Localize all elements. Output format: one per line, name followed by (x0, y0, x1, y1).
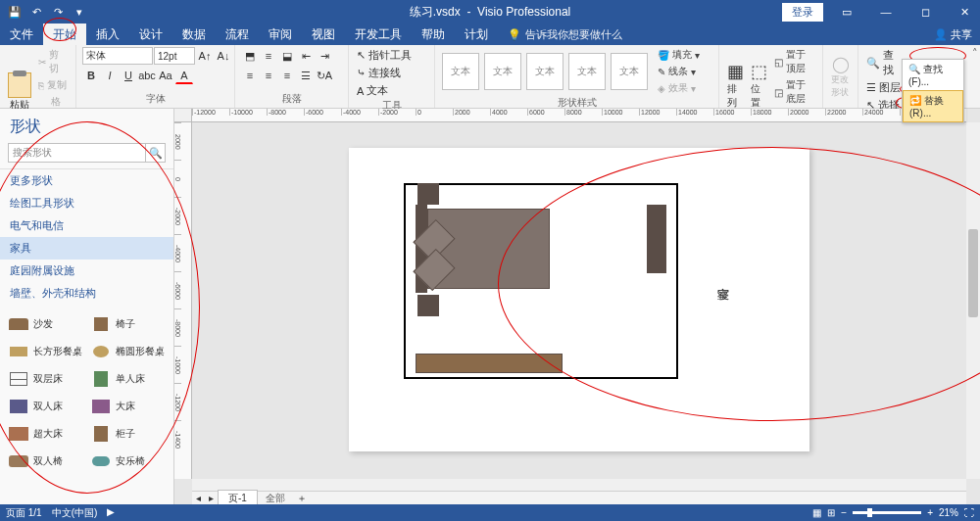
maximize-icon[interactable]: ◻ (909, 0, 941, 24)
tab-insert[interactable]: 插入 (86, 24, 129, 46)
undo-icon[interactable]: ↶ (29, 5, 43, 19)
style-preset[interactable]: 文本 (526, 53, 564, 90)
close-icon[interactable]: ✕ (949, 0, 980, 24)
add-page-icon[interactable]: ＋ (293, 492, 311, 505)
tell-me-search[interactable]: 💡 告诉我你想要做什么 (508, 27, 622, 42)
share-button[interactable]: 👤 共享 (934, 27, 972, 42)
room-shape[interactable]: 寝室 (404, 183, 678, 379)
nightstand-shape[interactable] (417, 295, 439, 316)
copy-button[interactable]: ⎘ 复制 (36, 77, 70, 93)
bold-icon[interactable]: B (82, 67, 100, 84)
status-lang[interactable]: 中文(中国) (52, 506, 98, 520)
stencil-item[interactable]: 庭园附属设施 (0, 260, 173, 282)
style-preset[interactable]: 文本 (611, 53, 648, 90)
shape-item[interactable]: 沙发 (4, 310, 86, 338)
zoom-slider[interactable] (853, 511, 921, 514)
shape-item[interactable]: 超大床 (4, 420, 86, 448)
ribbon-options-icon[interactable]: ▭ (831, 0, 862, 24)
tab-plan[interactable]: 计划 (455, 24, 498, 46)
shape-item[interactable]: 双人床 (4, 393, 86, 420)
zoom-out-icon[interactable]: − (841, 507, 847, 518)
shape-item[interactable]: 单人床 (86, 365, 169, 393)
tab-review[interactable]: 审阅 (259, 24, 302, 46)
minimize-icon[interactable]: — (870, 0, 902, 24)
font-size-select[interactable]: 12pt (154, 47, 195, 65)
tab-view[interactable]: 视图 (302, 24, 345, 46)
stencil-item[interactable]: 墙壁、外壳和结构 (0, 282, 173, 305)
stencil-item[interactable]: 电气和电信 (0, 214, 173, 237)
font-family-select[interactable]: 宋体 (82, 47, 153, 65)
shape-item[interactable]: 椭圆形餐桌 (86, 338, 169, 365)
macro-icon[interactable]: ▶ (107, 506, 115, 520)
drawing-surface[interactable]: 寝室 (192, 122, 966, 479)
find-menu-item[interactable]: 🔍 查找(F)... (903, 60, 963, 90)
collapse-ribbon-icon[interactable]: ˄ (972, 47, 978, 60)
align-top-icon[interactable]: ⬒ (241, 47, 259, 65)
bring-front-button[interactable]: ◱ 置于顶层 (772, 47, 816, 76)
rotate-text-icon[interactable]: ↻A (316, 67, 333, 84)
bed-shape[interactable] (416, 205, 553, 293)
text-tool[interactable]: A 文本 (355, 82, 390, 99)
tab-design[interactable]: 设计 (129, 24, 172, 46)
shapes-search-input[interactable]: 搜索形状 (8, 143, 146, 163)
tab-data[interactable]: 数据 (172, 24, 216, 46)
align-left-icon[interactable]: ≡ (241, 67, 259, 84)
align-center-icon[interactable]: ≡ (260, 67, 277, 84)
tab-nav-next[interactable]: ▸ (205, 493, 218, 503)
bullets-icon[interactable]: ☰ (297, 67, 315, 84)
tab-help[interactable]: 帮助 (412, 24, 455, 46)
cabinet-shape[interactable] (416, 354, 563, 373)
tab-nav-prev[interactable]: ◂ (192, 493, 205, 503)
align-middle-icon[interactable]: ≡ (260, 47, 277, 65)
shrink-font-icon[interactable]: A↓ (215, 47, 232, 65)
all-pages[interactable]: 全部 (258, 492, 293, 505)
change-shape-button[interactable]: ◯ 更改形状 (829, 53, 852, 101)
dresser-shape[interactable] (647, 205, 666, 273)
connector-tool[interactable]: ⤷ 连接线 (355, 65, 403, 81)
grow-font-icon[interactable]: A↑ (196, 47, 214, 65)
search-icon[interactable]: 🔍 (146, 143, 166, 163)
style-preset[interactable]: 文本 (484, 53, 521, 90)
tab-file[interactable]: 文件 (0, 24, 43, 46)
indent-right-icon[interactable]: ⇥ (316, 47, 333, 65)
tab-developer[interactable]: 开发工具 (345, 24, 412, 46)
save-icon[interactable]: 💾 (8, 5, 22, 19)
cut-button[interactable]: ✂ 剪切 (36, 47, 70, 76)
shape-item[interactable]: 双层床 (4, 365, 86, 393)
redo-icon[interactable]: ↷ (51, 5, 65, 19)
pointer-tool[interactable]: ↖ 指针工具 (355, 47, 414, 64)
qat-dropdown-icon[interactable]: ▾ (73, 5, 86, 19)
align-right-icon[interactable]: ≡ (278, 67, 296, 84)
scrollbar-horizontal[interactable] (192, 479, 966, 491)
presentation-icon[interactable]: ▦ (812, 507, 821, 518)
stencil-item[interactable]: 家具 (0, 237, 173, 260)
shape-item[interactable]: 双人椅 (4, 448, 86, 475)
superscript-icon[interactable]: Aa (157, 67, 174, 84)
shape-item[interactable]: 椅子 (86, 310, 169, 338)
style-preset[interactable]: 文本 (568, 53, 606, 90)
indent-left-icon[interactable]: ⇤ (297, 47, 315, 65)
zoom-in-icon[interactable]: + (927, 507, 933, 518)
tab-home[interactable]: 开始 (43, 24, 86, 46)
align-button[interactable]: ▦ 排列 (725, 59, 746, 112)
strike-icon[interactable]: abc (138, 67, 156, 84)
effects-button[interactable]: ◈ 效果 ▾ (656, 80, 702, 96)
shape-item[interactable]: 柜子 (86, 420, 169, 448)
italic-icon[interactable]: I (101, 67, 119, 84)
underline-icon[interactable]: U (120, 67, 137, 84)
replace-menu-item[interactable]: 🔁 替换(R)... (903, 90, 963, 122)
stencil-item[interactable]: 绘图工具形状 (0, 192, 173, 214)
shape-item[interactable]: 安乐椅 (86, 448, 169, 475)
font-color-icon[interactable]: A (175, 67, 193, 84)
nightstand-shape[interactable] (417, 183, 439, 205)
line-button[interactable]: ✎ 线条 ▾ (656, 64, 702, 79)
shape-item[interactable]: 长方形餐桌 (4, 338, 86, 365)
scrollbar-vertical[interactable] (966, 122, 980, 479)
align-bottom-icon[interactable]: ⬓ (278, 47, 296, 65)
send-back-button[interactable]: ◲ 置于底层 (772, 77, 816, 107)
view-normal-icon[interactable]: ⊞ (827, 507, 835, 518)
login-button[interactable]: 登录 (782, 3, 823, 22)
stencil-item[interactable]: 更多形状 (0, 169, 173, 192)
style-preset[interactable]: 文本 (442, 53, 479, 90)
position-button[interactable]: ⬚ 位置 (749, 59, 769, 112)
